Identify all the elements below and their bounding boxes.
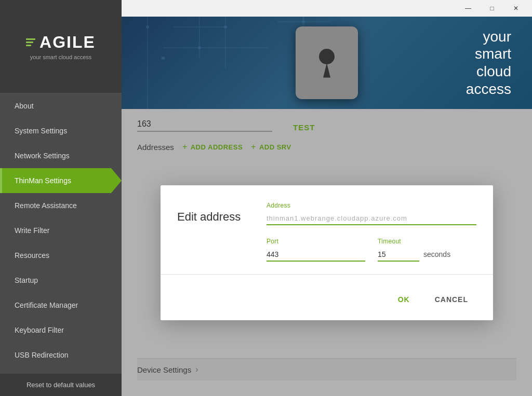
minimize-button[interactable]: — bbox=[456, 0, 480, 17]
svg-point-11 bbox=[302, 20, 305, 23]
timeout-input[interactable] bbox=[378, 248, 419, 262]
logo-line-2 bbox=[26, 42, 33, 43]
banner-tagline: your smart cloud access bbox=[466, 28, 511, 98]
key-icon bbox=[296, 26, 358, 99]
timeout-seconds-row: seconds bbox=[378, 248, 476, 262]
sidebar: AGILE your smart cloud access About Syst… bbox=[0, 0, 122, 396]
sidebar-item-usb-redirection[interactable]: USB Redirection bbox=[0, 343, 122, 367]
modal-layout: Edit address Address Port T bbox=[177, 202, 476, 274]
port-field-label: Port bbox=[267, 238, 365, 245]
svg-point-8 bbox=[162, 57, 165, 60]
address-input[interactable] bbox=[267, 212, 476, 225]
sidebar-item-thinman-settings[interactable]: ThinMan Settings bbox=[0, 168, 122, 193]
svg-point-7 bbox=[224, 25, 227, 29]
modal-divider bbox=[161, 274, 493, 275]
port-field-group: Port bbox=[267, 238, 365, 262]
logo-area: AGILE your smart cloud access bbox=[0, 0, 122, 93]
sidebar-item-network-settings[interactable]: Network Settings bbox=[0, 143, 122, 168]
modal-actions: OK CANCEL bbox=[177, 285, 476, 308]
title-bar: — □ ✕ bbox=[122, 0, 532, 17]
timeout-field-label: Timeout bbox=[378, 238, 476, 245]
address-field-group: Address bbox=[267, 202, 476, 225]
keyhole-bottom bbox=[323, 63, 330, 78]
svg-point-5 bbox=[146, 25, 149, 29]
sidebar-item-system-settings[interactable]: System Settings bbox=[0, 118, 122, 143]
logo-name: AGILE bbox=[39, 33, 96, 52]
timeout-field-group: Timeout seconds bbox=[378, 238, 476, 262]
logo-line-3 bbox=[26, 45, 31, 46]
logo: AGILE bbox=[26, 33, 96, 52]
modal-overlay: Edit address Address Port T bbox=[122, 109, 532, 396]
port-input[interactable] bbox=[267, 248, 365, 262]
maximize-button[interactable]: □ bbox=[480, 0, 504, 17]
sidebar-item-startup[interactable]: Startup bbox=[0, 268, 122, 293]
content-body: 163 TEST Addresses + ADD ADDRESS + ADD S… bbox=[122, 109, 532, 396]
banner: your smart cloud access bbox=[122, 17, 532, 109]
sidebar-item-remote-assistance[interactable]: Remote Assistance bbox=[0, 193, 122, 218]
ok-button[interactable]: OK bbox=[390, 291, 418, 308]
logo-tagline: your smart cloud access bbox=[30, 54, 92, 60]
keyhole-top bbox=[319, 49, 335, 64]
port-timeout-row: Port Timeout seconds bbox=[267, 238, 476, 274]
address-field-label: Address bbox=[267, 202, 476, 209]
cancel-button[interactable]: CANCEL bbox=[427, 291, 476, 308]
sidebar-item-about[interactable]: About bbox=[0, 93, 122, 118]
sidebar-item-resources[interactable]: Resources bbox=[0, 243, 122, 268]
modal-fields: Address Port Timeout bbox=[267, 202, 476, 274]
logo-lines-icon bbox=[26, 38, 35, 46]
edit-address-modal: Edit address Address Port T bbox=[161, 185, 493, 320]
reset-defaults-button[interactable]: Reset to default values bbox=[0, 374, 122, 396]
close-button[interactable]: ✕ bbox=[504, 0, 528, 17]
logo-line-1 bbox=[26, 38, 35, 40]
sidebar-item-keyboard-filter[interactable]: Keyboard Filter bbox=[0, 318, 122, 343]
sidebar-item-certificate-manager[interactable]: Certificate Manager bbox=[0, 293, 122, 318]
seconds-label: seconds bbox=[423, 250, 450, 258]
modal-title: Edit address bbox=[177, 202, 250, 274]
svg-point-6 bbox=[198, 46, 201, 49]
sidebar-item-write-filter[interactable]: Write Filter bbox=[0, 218, 122, 243]
main-content: your smart cloud access 163 TEST Address… bbox=[122, 17, 532, 396]
